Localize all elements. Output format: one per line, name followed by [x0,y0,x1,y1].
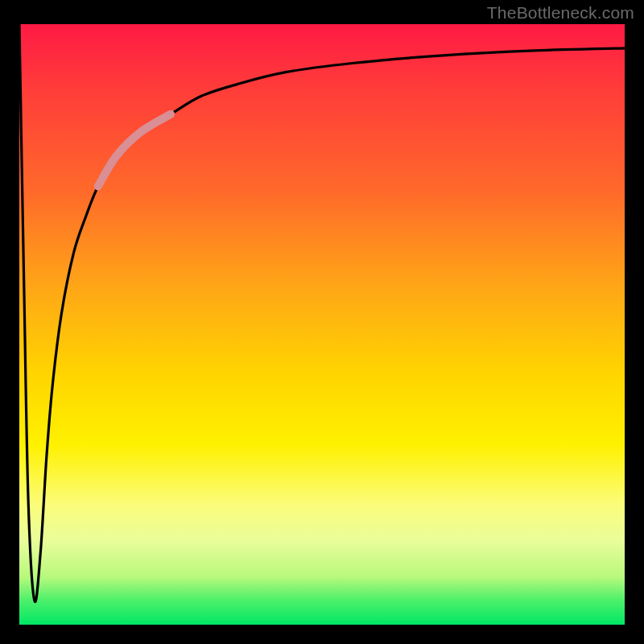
plot-area [19,24,625,625]
highlight-segment-path [98,114,171,187]
watermark-text: TheBottleneck.com [487,3,634,23]
bottleneck-curve-path [19,24,625,602]
curve-svg [19,24,625,625]
chart-stage: TheBottleneck.com [0,0,644,644]
